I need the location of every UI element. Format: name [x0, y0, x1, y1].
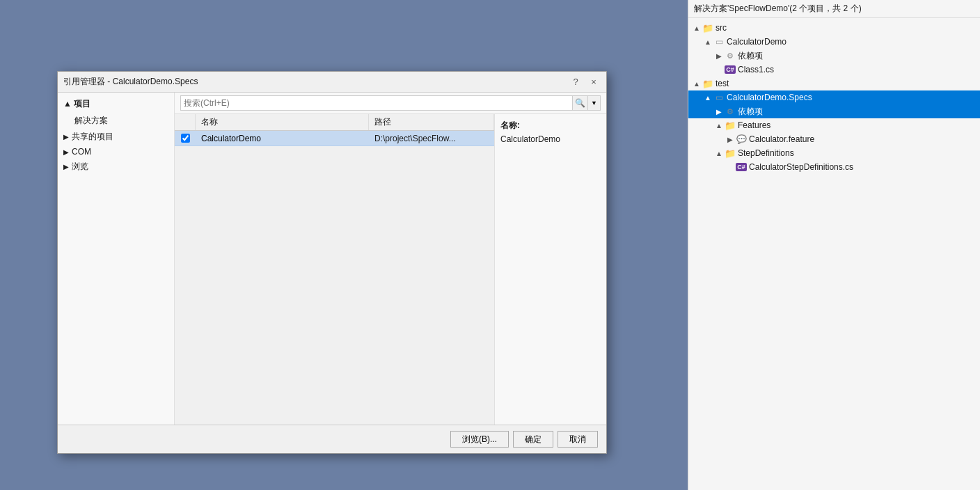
solution-tree: ▲📁src▲▭CalculatorDemo▶⚙依赖项C#Class1.cs▲📁t… [688, 18, 980, 177]
tree-icon-calculator-demo: ▭ [713, 36, 725, 47]
sidebar-item-solution-label: 解决方案 [74, 115, 108, 127]
tree-icon-deps2: ⚙ [725, 106, 736, 117]
cancel-button[interactable]: 取消 [558, 431, 598, 448]
dialog-footer: 浏览(B)... 确定 取消 [58, 425, 606, 453]
tree-icon-calc-step-defs: C# [736, 161, 747, 173]
sidebar-item-com[interactable]: ▶ COM [58, 145, 174, 159]
dialog-content: 🔍 ▼ 名称 路径 [175, 93, 606, 425]
tree-icon-deps1: ⚙ [725, 50, 736, 61]
tree-icon-step-defs: 📁 [725, 148, 736, 159]
table-area: 名称 路径 CalculatorDemo D:\project\SpecFlow… [175, 114, 606, 425]
sidebar-item-shared-label: 共享的项目 [72, 131, 113, 143]
sidebar-item-solution[interactable]: 解决方案 [58, 113, 174, 129]
search-dropdown[interactable]: ▼ [588, 95, 601, 111]
tree-arrow-deps2: ▶ [713, 106, 725, 117]
detail-value: CalculatorDemo [500, 134, 601, 144]
tree-label-calculator-feature: Calculator.feature [749, 134, 814, 144]
col-header-check [175, 114, 196, 130]
browse-button[interactable]: 浏览(B)... [450, 431, 509, 448]
tree-arrow-calc-step-defs [725, 161, 736, 173]
col-header-name: 名称 [196, 114, 369, 130]
tree-item-step-defs[interactable]: ▲📁StepDefinitions [688, 146, 980, 160]
sidebar-header-label: ▲ 项目 [63, 98, 90, 110]
detail-panel: 名称: CalculatorDemo [495, 114, 606, 425]
tree-item-features[interactable]: ▲📁Features [688, 118, 980, 132]
table-header: 名称 路径 [175, 114, 494, 131]
dialog-sidebar: ▲ 项目 解决方案 ▶ 共享的项目 ▶ COM ▶ 浏览 [58, 93, 175, 425]
tree-item-calc-step-defs[interactable]: C#CalculatorStepDefinitions.cs [688, 160, 980, 174]
sidebar-shared-arrow: ▶ [63, 133, 69, 141]
table-main: 名称 路径 CalculatorDemo D:\project\SpecFlow… [175, 114, 495, 425]
tree-label-calculator-demo-specs: CalculatorDemo.Specs [727, 93, 812, 102]
ok-button[interactable]: 确定 [513, 431, 553, 448]
dialog-controls: ? × [569, 75, 601, 89]
tree-arrow-deps1: ▶ [713, 50, 725, 61]
tree-icon-class1: C# [725, 64, 736, 75]
tree-arrow-features: ▲ [713, 120, 725, 131]
tree-arrow-class1 [713, 64, 725, 75]
reference-manager-dialog: 引用管理器 - CalculatorDemo.Specs ? × ▲ 项目 解决… [57, 71, 607, 454]
row-path: D:\project\SpecFlow... [369, 134, 494, 143]
se-header-label: 解决方案'SpecFlowDemo'(2 个项目，共 2 个) [694, 3, 862, 13]
sidebar-com-arrow: ▶ [63, 148, 69, 156]
row-name: CalculatorDemo [196, 134, 369, 143]
tree-label-src: src [716, 23, 727, 33]
row-checkbox[interactable] [175, 134, 196, 143]
tree-arrow-test: ▲ [691, 78, 702, 89]
tree-arrow-calculator-demo-specs: ▲ [702, 92, 713, 103]
tree-icon-test: 📁 [702, 78, 713, 89]
tree-label-calc-step-defs: CalculatorStepDefinitions.cs [749, 162, 853, 172]
search-input[interactable] [180, 95, 573, 111]
tree-item-deps2[interactable]: ▶⚙依赖项 [688, 104, 980, 118]
tree-arrow-src: ▲ [691, 22, 702, 33]
search-bar: 🔍 ▼ [175, 93, 606, 114]
tree-arrow-calculator-demo: ▲ [702, 36, 713, 47]
tree-icon-calculator-feature: 💬 [736, 134, 747, 145]
dialog-help-button[interactable]: ? [569, 75, 583, 89]
tree-item-calculator-feature[interactable]: ▶💬Calculator.feature [688, 132, 980, 146]
tree-item-deps1[interactable]: ▶⚙依赖项 [688, 49, 980, 63]
dialog-close-button[interactable]: × [587, 75, 601, 89]
tree-label-class1: Class1.cs [738, 65, 774, 74]
tree-item-calculator-demo[interactable]: ▲▭CalculatorDemo [688, 35, 980, 49]
tree-label-calculator-demo: CalculatorDemo [727, 37, 787, 47]
search-button[interactable]: 🔍 [573, 95, 588, 111]
sidebar-browse-arrow: ▶ [63, 163, 69, 171]
tree-label-features: Features [738, 120, 770, 130]
tree-label-step-defs: StepDefinitions [738, 148, 794, 158]
row-checkbox-input[interactable] [181, 134, 190, 143]
detail-label: 名称: [500, 120, 601, 132]
tree-item-class1[interactable]: C#Class1.cs [688, 63, 980, 77]
tree-icon-src: 📁 [702, 22, 713, 33]
tree-item-test[interactable]: ▲📁test [688, 77, 980, 90]
tree-item-calculator-demo-specs[interactable]: ▲▭CalculatorDemo.Specs [688, 90, 980, 104]
tree-icon-features: 📁 [725, 120, 736, 131]
sidebar-header-project[interactable]: ▲ 项目 [58, 95, 174, 113]
tree-arrow-calculator-feature: ▶ [725, 134, 736, 145]
solution-explorer: 解决方案'SpecFlowDemo'(2 个项目，共 2 个) ▲📁src▲▭C… [688, 0, 980, 490]
tree-label-deps1: 依赖项 [738, 50, 763, 62]
tree-item-src[interactable]: ▲📁src [688, 21, 980, 35]
tree-label-deps2: 依赖项 [738, 106, 763, 118]
tree-label-test: test [716, 79, 729, 88]
sidebar-item-shared[interactable]: ▶ 共享的项目 [58, 129, 174, 145]
solution-explorer-header: 解决方案'SpecFlowDemo'(2 个项目，共 2 个) [688, 0, 980, 18]
tree-arrow-step-defs: ▲ [713, 148, 725, 159]
sidebar-item-com-label: COM [72, 147, 91, 157]
dialog-titlebar: 引用管理器 - CalculatorDemo.Specs ? × [58, 72, 606, 93]
sidebar-item-browse[interactable]: ▶ 浏览 [58, 159, 174, 175]
sidebar-item-browse-label: 浏览 [72, 161, 88, 173]
col-header-path: 路径 [369, 114, 494, 130]
dialog-title: 引用管理器 - CalculatorDemo.Specs [63, 76, 198, 88]
table-row[interactable]: CalculatorDemo D:\project\SpecFlow... [175, 131, 494, 146]
tree-icon-calculator-demo-specs: ▭ [713, 92, 725, 103]
dialog-body: ▲ 项目 解决方案 ▶ 共享的项目 ▶ COM ▶ 浏览 🔍 [58, 93, 606, 425]
